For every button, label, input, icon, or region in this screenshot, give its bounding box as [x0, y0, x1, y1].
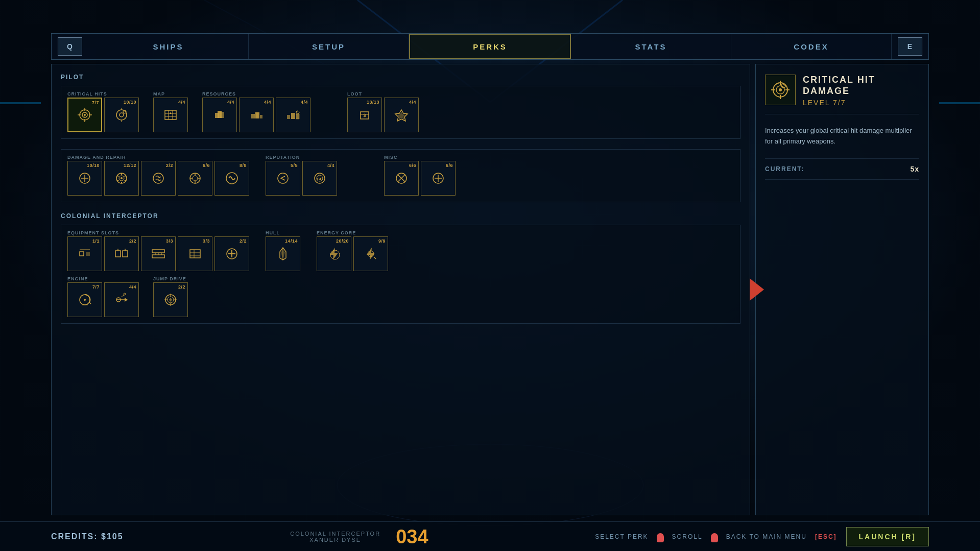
perk-res2[interactable]: 4/4 [239, 98, 274, 132]
nav-key-q[interactable]: Q [58, 37, 82, 56]
resource1-icon [211, 107, 228, 123]
perk-loot2[interactable]: 4/4 [384, 98, 419, 132]
reputation-group: REPUTATION 5/5 4/4 [266, 155, 337, 196]
engine-label: ENGINE [67, 276, 88, 281]
damage-repair-category: DAMAGE AND REPAIR 10/10 [61, 149, 740, 202]
perk-dr2[interactable]: 12/12 [104, 161, 139, 196]
tab-setup[interactable]: SETUP [249, 34, 409, 59]
svg-rect-75 [123, 251, 128, 257]
svg-text:$: $ [363, 113, 366, 118]
svg-rect-83 [190, 250, 200, 258]
perk-eng1[interactable]: 7/7 Vmax [67, 282, 102, 317]
perk-dr4[interactable]: 6/6 [178, 161, 212, 196]
dr2-icon [113, 170, 130, 186]
perk-eq1[interactable]: 1/1 [67, 236, 102, 271]
ci-label: COLONIAL INTERCEPTOR [61, 212, 740, 220]
map-group: MAP 4/4 [153, 91, 188, 132]
loot2-icon [393, 107, 410, 123]
perk-hull1[interactable]: 14/14 [266, 236, 300, 271]
ec1-icon [326, 246, 342, 262]
tab-perks[interactable]: PERKS [409, 34, 571, 59]
energy-core-label: ENERGY CORE [317, 230, 356, 235]
svg-rect-20 [165, 110, 176, 119]
engine-icons: 7/7 Vmax 4/4 [67, 282, 139, 317]
perk-jd1[interactable]: 2/2 [153, 282, 188, 317]
nav-tabs: SHIPS SETUP PERKS STATS CODEX [88, 34, 892, 59]
bottom-bar: CREDITS: $105 COLONIAL INTERCEPTOR XANDE… [0, 521, 980, 551]
perk-ec2[interactable]: 9/9 [353, 236, 388, 271]
perk-count: 6/6 [446, 163, 453, 168]
perk-count: 4/4 [264, 100, 271, 105]
perk-res1[interactable]: 4/4 [202, 98, 237, 132]
mouse-icon-select [657, 533, 664, 542]
pilot-category: CRITICAL HITS 7/7 [61, 86, 740, 139]
perk-count: 2/2 [166, 163, 173, 168]
hint-scroll: SCROLL [672, 533, 703, 540]
critical-hits-group: CRITICAL HITS 7/7 [67, 91, 139, 132]
svg-point-54 [153, 173, 163, 183]
svg-point-120 [779, 88, 782, 91]
svg-text:GB: GB [317, 177, 323, 181]
perk-count: 13/13 [367, 100, 379, 105]
hull-label: HULL [266, 230, 280, 235]
perk-dr1[interactable]: 10/10 [67, 161, 102, 196]
svg-line-50 [125, 180, 126, 181]
energy-core-group: ENERGY CORE 20/20 9/9 [317, 230, 388, 271]
codex-perk-svg [769, 79, 792, 101]
nav-key-e[interactable]: E [898, 37, 922, 56]
svg-rect-33 [291, 113, 295, 119]
nav-bar: Q SHIPS SETUP PERKS STATS CODEX E [51, 33, 929, 60]
perk-loot1[interactable]: 13/13 $ [347, 98, 382, 132]
perk-eng2[interactable]: 4/4 [104, 282, 139, 317]
svg-marker-92 [281, 250, 285, 260]
damage-repair-group: DAMAGE AND REPAIR 10/10 [67, 155, 249, 196]
codex-stat-row: CURRENT: 5x [765, 158, 919, 180]
equipment-slots-icons: 1/1 2/2 [67, 236, 249, 271]
jump-drive-icons: 2/2 [153, 282, 188, 317]
perk-eq2[interactable]: 2/2 [104, 236, 139, 271]
crit-chance-icon [113, 107, 130, 123]
ship-level: 034 [396, 527, 428, 546]
svg-rect-78 [152, 250, 164, 253]
critical-hits-label: CRITICAL HITS [67, 91, 107, 97]
codex-perk-icon [765, 75, 796, 105]
perk-count: 20/20 [336, 238, 349, 244]
perk-count: 10/10 [87, 163, 100, 168]
perk-eq5[interactable]: 2/2 [214, 236, 249, 271]
controls-hints: COLONIAL INTERCEPTOR XANDER DYSE 034 [290, 527, 428, 546]
esc-key: [ESC] [815, 533, 837, 540]
launch-button[interactable]: LAUNCH [R] [846, 527, 929, 546]
perk-crit-chance[interactable]: 10/10 [104, 98, 139, 132]
perk-count: 2/2 [129, 238, 136, 244]
perk-rep2[interactable]: 4/4 GB [302, 161, 337, 196]
perk-map1[interactable]: 4/4 [153, 98, 188, 132]
perk-misc1[interactable]: 6/6 [384, 161, 419, 196]
pilot-name: XANDER DYSE [309, 537, 361, 543]
perk-ec1[interactable]: 20/20 [317, 236, 351, 271]
tab-stats[interactable]: STATS [571, 34, 731, 59]
perk-dr3[interactable]: 2/2 [141, 161, 176, 196]
damage-repair-label: DAMAGE AND REPAIR [67, 155, 126, 160]
svg-point-15 [116, 110, 127, 120]
tab-codex[interactable]: CODEX [731, 34, 892, 59]
codex-description: Increases your global critical hit damag… [765, 124, 919, 149]
perk-rep1[interactable]: 5/5 [266, 161, 300, 196]
perk-eq3[interactable]: 3/3 [141, 236, 176, 271]
ship-info: COLONIAL INTERCEPTOR XANDER DYSE [290, 531, 380, 543]
tab-ships[interactable]: SHIPS [88, 34, 249, 59]
perk-dr5[interactable]: 8/8 [214, 161, 249, 196]
map-icons: 4/4 [153, 98, 188, 132]
svg-rect-31 [260, 115, 262, 118]
svg-line-49 [125, 176, 126, 177]
content-area: PILOT CRITICAL HITS 7/7 [51, 64, 929, 515]
perk-res3[interactable]: 4/4 [276, 98, 310, 132]
map-label: MAP [153, 91, 165, 97]
svg-rect-79 [152, 255, 164, 258]
perk-count: 14/14 [285, 238, 298, 244]
loot-label: LOOT [347, 91, 362, 97]
perk-misc2[interactable]: 6/6 [421, 161, 456, 196]
eq4-icon [187, 246, 203, 262]
perk-count: 6/6 [409, 163, 416, 168]
perk-crit-dmg[interactable]: 7/7 + [67, 98, 102, 132]
perk-eq4[interactable]: 3/3 [178, 236, 212, 271]
